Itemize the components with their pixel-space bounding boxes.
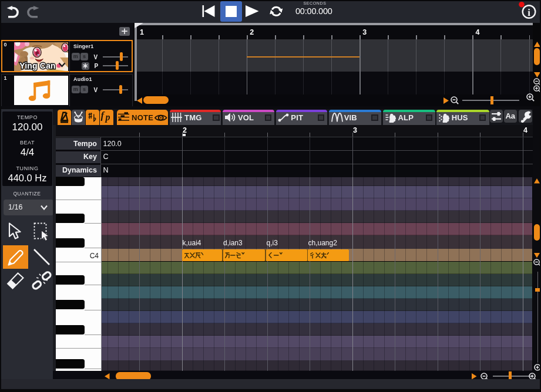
svg-text:Ying Can: Ying Can [19,61,56,70]
svg-text:i: i [527,7,530,18]
